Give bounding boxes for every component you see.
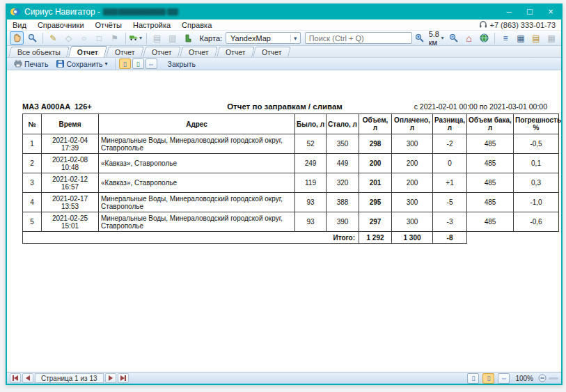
prev-page-button[interactable] — [22, 373, 33, 383]
menu-spravochniki[interactable]: Справочники — [32, 19, 90, 30]
next-page-button[interactable] — [105, 373, 116, 383]
report-period: с 2021-02-01 00:00 по 2021-03-01 00:00 — [343, 102, 547, 111]
col-error: Погрешность, % — [514, 114, 559, 134]
report-header: МАЗ A000AA 126+ Отчет по заправкам / сли… — [22, 102, 547, 111]
boot-icon — [184, 34, 191, 42]
view-fit-width-status-button[interactable]: ▯ — [482, 373, 494, 384]
page-indicator-text: Страница 1 из 13 — [41, 375, 97, 382]
tab-report-3[interactable]: Отчет — [143, 47, 180, 57]
extra-button[interactable]: ▦ — [544, 31, 558, 45]
totals-paid: 1 300 — [392, 232, 433, 244]
notes-button[interactable]: ▤ — [529, 31, 543, 45]
globe-icon — [480, 33, 489, 42]
page-indicator: Страница 1 из 13 — [35, 373, 104, 383]
close-button[interactable]: × — [540, 3, 561, 19]
table-header-row: № Время Адрес Было, л Стало, л Объем, л … — [23, 114, 559, 134]
minimize-button[interactable]: – — [498, 3, 519, 19]
save-dropdown-icon[interactable]: ▾ — [105, 61, 108, 67]
close-report-label: Закрыть — [168, 60, 196, 68]
next-page-icon — [109, 375, 113, 381]
routes-button[interactable]: ▥ — [166, 31, 180, 45]
scale-dropdown-icon[interactable]: ▾ — [441, 35, 443, 41]
vehicle-button[interactable]: ▾ — [129, 31, 143, 45]
zoom-out-button[interactable] — [446, 31, 460, 45]
app-window: Сириус Навигатор - ▇▇▇ ▇▇▇▇▇▇▇▇▇▇ (▇▇) –… — [6, 3, 563, 385]
track-walk-button[interactable] — [181, 31, 195, 45]
col-paid: Оплачено, л — [392, 114, 433, 134]
printer-icon — [14, 60, 22, 68]
col-volume: Объем, л — [359, 114, 392, 134]
status-right-group: ▯ ▯ ⇔ 100% — [466, 373, 558, 384]
print-button[interactable]: Печать — [10, 58, 52, 70]
save-button[interactable]: Сохранить ▾ — [52, 58, 111, 70]
map-select[interactable]: YandexMap ▾ — [226, 32, 301, 44]
tab-report-6[interactable]: Отчет — [253, 47, 290, 57]
tab-report-2[interactable]: Отчет — [106, 47, 143, 57]
select-area-button[interactable]: ▦ — [514, 31, 528, 45]
zoom-level: 100% — [515, 375, 533, 382]
print-label: Печать — [24, 60, 48, 68]
edit-map-button[interactable]: ✎ — [47, 31, 61, 45]
maximize-button[interactable]: □ — [519, 3, 540, 19]
menu-spravka[interactable]: Справка — [176, 19, 217, 30]
menu-otchety[interactable]: Отчёты — [90, 19, 127, 30]
first-page-button[interactable] — [10, 373, 21, 383]
tab-report-active[interactable]: Отчет — [68, 46, 107, 57]
status-bar: Страница 1 из 13 ▯ ▯ ⇔ 100% — [7, 372, 561, 384]
main-toolbar: ✎ ◇ ○ □ ⚑ ▾ ▤ ▥ Карта: YandexMap ▾ — [7, 31, 561, 46]
window-title-redacted: ▇▇▇ ▇▇▇▇▇▇▇▇▇▇ (▇▇) — [103, 8, 179, 15]
hand-icon — [13, 33, 21, 42]
toolbar-separator — [115, 58, 116, 70]
search-input[interactable] — [305, 32, 412, 44]
tab-all-objects[interactable]: Все объекты — [8, 47, 70, 57]
table-row: 12021-02-04 17:39 Минеральные Воды, Мине… — [23, 134, 559, 154]
polygon-tool-button[interactable]: ◇ — [62, 31, 76, 45]
zoom-slider[interactable] — [549, 377, 558, 379]
table-row: 52021-02-25 15:01 Минеральные Воды, Мине… — [23, 212, 559, 232]
col-tank: Объем бака, л — [467, 114, 514, 134]
globe-button[interactable] — [477, 31, 491, 45]
window-title: Сириус Навигатор - — [24, 7, 100, 17]
totals-volume: 1 292 — [359, 232, 392, 244]
layers-button[interactable]: ▤ — [150, 31, 164, 45]
map-scale-value[interactable]: 5.8 км — [429, 30, 440, 47]
col-became: Стало, л — [327, 114, 359, 134]
toolbar-separator — [125, 33, 126, 44]
col-address: Адрес — [99, 114, 295, 134]
home-button[interactable]: ⌂ — [462, 31, 475, 45]
flag-tool-button[interactable]: ⚑ — [108, 31, 122, 45]
tab-report-5[interactable]: Отчет — [217, 47, 254, 57]
tab-report-4[interactable]: Отчет — [180, 47, 217, 57]
zoom-slider-minus-icon[interactable] — [538, 374, 547, 382]
zoom-in-button[interactable] — [413, 31, 427, 45]
rect-tool-button[interactable]: □ — [93, 31, 107, 45]
totals-row: Итого: 1 292 1 300 -8 — [23, 232, 559, 244]
zoom-tool-button[interactable] — [25, 31, 39, 45]
table-row: 42021-02-17 13:53 Минеральные Воды, Мине… — [23, 193, 559, 212]
view-fit-page-button[interactable]: ▯ — [132, 58, 144, 69]
map-select-value: YandexMap — [226, 34, 290, 42]
view-single-page-button[interactable]: ▯ — [119, 58, 131, 69]
menu-nastroyka[interactable]: Настройка — [127, 19, 176, 30]
title-bar: Сириус Навигатор - ▇▇▇ ▇▇▇▇▇▇▇▇▇▇ (▇▇) –… — [7, 3, 561, 19]
pan-tool-button[interactable] — [10, 31, 24, 45]
table-row: 22021-02-08 10:48 «Кавказ», Ставрополье2… — [23, 154, 559, 173]
last-page-button[interactable] — [118, 373, 129, 383]
headset-icon — [479, 21, 487, 29]
view-two-pages-button[interactable]: ⇔ — [498, 373, 510, 384]
report-title: Отчет по заправкам / сливам — [227, 102, 343, 111]
truck-icon — [129, 34, 138, 42]
magnifier-icon — [28, 33, 37, 42]
floppy-icon — [56, 60, 64, 68]
support-phone: +7 (863) 333-01-73 — [479, 21, 561, 29]
window-controls: – □ × — [498, 3, 561, 19]
view-fit-width-button[interactable]: ⇔ — [146, 58, 157, 69]
close-report-button[interactable]: Закрыть — [164, 58, 200, 70]
dropdown-arrow-icon: ▾ — [139, 35, 142, 41]
phone-number: +7 (863) 333-01-73 — [490, 21, 556, 29]
col-was: Было, л — [295, 114, 327, 134]
circle-tool-button[interactable]: ○ — [77, 31, 91, 45]
menu-vid[interactable]: Вид — [7, 19, 32, 30]
view-one-page-button[interactable]: ▯ — [467, 373, 479, 384]
object-list-button[interactable]: ≡ — [498, 31, 512, 45]
